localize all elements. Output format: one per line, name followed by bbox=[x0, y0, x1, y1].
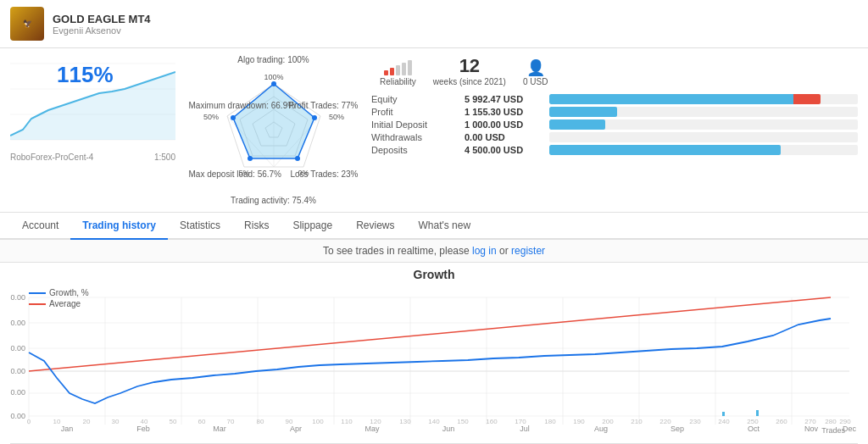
svg-text:Jul: Jul bbox=[520, 425, 530, 433]
svg-rect-94 bbox=[756, 410, 759, 416]
rel-bar-2 bbox=[390, 68, 394, 75]
tab-reviews[interactable]: Reviews bbox=[344, 213, 406, 240]
svg-text:0.00: 0.00 bbox=[10, 367, 25, 375]
chart-section: Growth Growth, % Average 150.00 100.00 5… bbox=[0, 263, 868, 443]
legend-average: Average bbox=[29, 299, 89, 308]
svg-text:50.00: 50.00 bbox=[10, 344, 25, 352]
radar-section: Algo trading: 100% 100% 50% 50% bbox=[182, 55, 364, 205]
svg-text:10: 10 bbox=[53, 418, 61, 425]
svg-text:110: 110 bbox=[341, 418, 353, 425]
svg-text:260: 260 bbox=[776, 418, 787, 425]
metric-bar-1 bbox=[549, 107, 617, 117]
svg-text:Jun: Jun bbox=[442, 425, 455, 433]
metric-label-4: Deposits bbox=[371, 145, 465, 155]
max-deposit-label: Max deposit load: 56.7% bbox=[189, 169, 282, 179]
metric-label-1: Profit bbox=[371, 107, 465, 117]
svg-text:60: 60 bbox=[198, 418, 206, 425]
svg-text:130: 130 bbox=[399, 418, 411, 425]
metric-bar-wrap-4 bbox=[549, 145, 858, 155]
reliability-row: Reliability 12 weeks (since 2021) 👤 0 US… bbox=[371, 55, 858, 86]
svg-text:220: 220 bbox=[659, 418, 671, 425]
metric-row-3: Withdrawals 0.00 USD bbox=[371, 132, 858, 142]
metric-label-2: Initial Deposit bbox=[371, 119, 465, 130]
chart-container: Growth, % Average 150.00 100.00 50.00 0.… bbox=[10, 285, 858, 441]
usd-item: 👤 0 USD bbox=[523, 58, 548, 86]
svg-text:80: 80 bbox=[257, 418, 264, 425]
metric-label-3: Withdrawals bbox=[371, 132, 465, 142]
login-link[interactable]: log in bbox=[472, 245, 497, 257]
svg-text:90: 90 bbox=[286, 418, 293, 425]
tab-whats-new[interactable]: What's new bbox=[406, 213, 482, 240]
reliability-item: Reliability bbox=[380, 60, 416, 86]
loss-trades-label: Loss Trades: 23% bbox=[290, 169, 358, 179]
account-info: GOLD EAGLE MT4 Evgenii Aksenov bbox=[53, 13, 151, 36]
radar-corner-labels: Profit Trades: 77% Loss Trades: 23% Maxi… bbox=[189, 75, 359, 194]
svg-text:Mar: Mar bbox=[213, 425, 226, 433]
svg-text:40: 40 bbox=[141, 418, 148, 425]
svg-text:Dec: Dec bbox=[843, 425, 857, 433]
svg-text:Jan: Jan bbox=[61, 425, 74, 433]
svg-text:50: 50 bbox=[170, 418, 177, 425]
svg-text:Feb: Feb bbox=[136, 425, 150, 433]
svg-text:270: 270 bbox=[804, 418, 816, 425]
chart-bottom-labels: RoboForex-ProCent-4 1:500 bbox=[10, 153, 175, 162]
svg-text:20: 20 bbox=[83, 418, 91, 425]
tab-risks[interactable]: Risks bbox=[232, 213, 281, 240]
growth-percentage: 115% bbox=[57, 62, 114, 88]
algo-trading-label: Algo trading: 100% bbox=[237, 55, 309, 64]
avatar-text: 🦅 bbox=[23, 19, 32, 29]
server-label: RoboForex-ProCent-4 bbox=[10, 153, 93, 162]
metric-value-4: 4 500.00 USD bbox=[465, 145, 549, 155]
profit-trades-label: Profit Trades: 77% bbox=[288, 101, 358, 110]
weeks-item: 12 weeks (since 2021) bbox=[433, 55, 506, 86]
trading-activity-label: Trading activity: 75.4% bbox=[231, 196, 316, 205]
metric-bar-wrap-2 bbox=[549, 119, 858, 130]
metric-bar-0 bbox=[549, 94, 821, 104]
tab-account[interactable]: Account bbox=[10, 213, 70, 240]
metric-value-2: 1 000.00 USD bbox=[465, 119, 549, 130]
tab-trading-history[interactable]: Trading history bbox=[70, 213, 168, 240]
svg-text:280: 280 bbox=[825, 418, 837, 425]
max-drawdown-label: Maximum drawdown: 66.9% bbox=[189, 101, 296, 110]
metric-row-1: Profit 1 155.30 USD bbox=[371, 107, 858, 117]
register-link[interactable]: register bbox=[511, 245, 545, 257]
svg-text:140: 140 bbox=[428, 418, 440, 425]
reliability-label: Reliability bbox=[380, 77, 416, 86]
rel-bar-1 bbox=[384, 70, 388, 75]
weeks-number: 12 bbox=[459, 55, 480, 77]
rel-bar-4 bbox=[402, 63, 406, 75]
chart-legend: Growth, % Average bbox=[29, 288, 89, 308]
mini-chart-area: 115% RoboForex-ProCent-4 1:500 bbox=[10, 55, 175, 162]
svg-text:210: 210 bbox=[631, 418, 643, 425]
account-name: GOLD EAGLE MT4 bbox=[53, 13, 151, 25]
svg-text:Aug: Aug bbox=[594, 425, 608, 433]
svg-text:100.00: 100.00 bbox=[10, 319, 25, 327]
svg-text:170: 170 bbox=[515, 418, 526, 425]
svg-text:Oct: Oct bbox=[748, 425, 760, 433]
metric-bar-wrap-3 bbox=[549, 132, 858, 142]
metric-bar-4 bbox=[549, 145, 781, 155]
svg-text:290: 290 bbox=[839, 418, 851, 425]
tab-slippage[interactable]: Slippage bbox=[281, 213, 344, 240]
svg-text:Nov: Nov bbox=[804, 425, 819, 433]
svg-text:250: 250 bbox=[747, 418, 759, 425]
svg-text:May: May bbox=[364, 425, 380, 433]
rel-bar-3 bbox=[396, 65, 400, 75]
weeks-label: weeks (since 2021) bbox=[433, 77, 506, 86]
tab-statistics[interactable]: Statistics bbox=[168, 213, 232, 240]
legend-growth: Growth, % bbox=[29, 288, 89, 297]
svg-text:150: 150 bbox=[457, 418, 469, 425]
tabs-bar: Account Trading history Statistics Risks… bbox=[0, 213, 868, 240]
metric-row-4: Deposits 4 500.00 USD bbox=[371, 145, 858, 155]
svg-text:230: 230 bbox=[689, 418, 701, 425]
metric-bar-2 bbox=[549, 119, 605, 130]
svg-text:Apr: Apr bbox=[290, 425, 302, 433]
realtime-notice: To see trades in realtime, please log in… bbox=[0, 240, 868, 263]
person-icon: 👤 bbox=[526, 58, 545, 77]
metric-bar-wrap-1 bbox=[549, 107, 858, 117]
rel-bars bbox=[384, 60, 412, 75]
metric-value-1: 1 155.30 USD bbox=[465, 107, 549, 117]
metric-label-0: Equity bbox=[371, 94, 465, 104]
svg-text:240: 240 bbox=[718, 418, 730, 425]
svg-text:-50.00: -50.00 bbox=[10, 388, 25, 397]
